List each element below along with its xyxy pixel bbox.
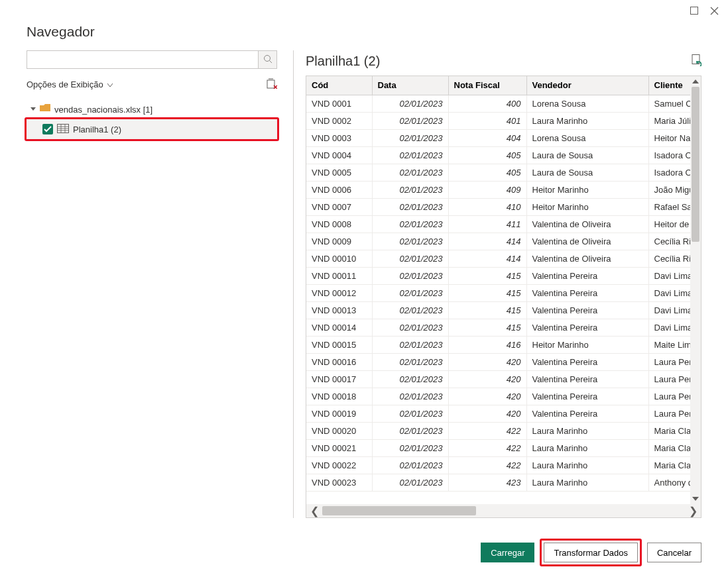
table-row[interactable]: VND 0002002/01/2023422Laura MarinhoMaria… xyxy=(306,422,701,439)
cancel-button[interactable]: Cancelar xyxy=(647,543,701,562)
col-header[interactable]: Cód xyxy=(306,76,372,95)
cell-nf: 411 xyxy=(448,215,526,233)
cell-nf: 405 xyxy=(448,164,526,181)
cell-cod: VND 00017 xyxy=(306,370,372,388)
collapse-icon xyxy=(30,105,36,115)
search-button[interactable] xyxy=(258,51,276,68)
table-row[interactable]: VND 000102/01/2023400Lorena SousaSamuel … xyxy=(306,95,701,112)
table-row[interactable]: VND 0001702/01/2023420Valentina PereiraL… xyxy=(306,370,701,388)
table-row[interactable]: VND 000602/01/2023409Heitor MarinhoJoão … xyxy=(306,181,701,198)
cell-cod: VND 00019 xyxy=(306,405,372,422)
chevron-down-icon xyxy=(107,79,113,89)
cell-data: 02/01/2023 xyxy=(372,284,448,301)
scroll-right-icon[interactable]: ❯ xyxy=(685,504,701,517)
cell-vendedor: Laura Marinho xyxy=(526,456,648,474)
display-options-dropdown[interactable]: Opções de Exibição xyxy=(27,79,113,89)
table-row[interactable]: VND 0001202/01/2023415Valentina PereiraD… xyxy=(306,284,701,301)
search-input[interactable] xyxy=(27,51,258,68)
scroll-up-icon[interactable] xyxy=(690,76,701,87)
cell-nf: 410 xyxy=(448,198,526,215)
cell-nf: 401 xyxy=(448,112,526,129)
cell-vendedor: Lorena Sousa xyxy=(526,95,648,112)
col-header[interactable]: Nota Fiscal xyxy=(448,76,526,95)
cell-vendedor: Valentina Pereira xyxy=(526,267,648,284)
cell-nf: 420 xyxy=(448,405,526,422)
cell-vendedor: Laura Marinho xyxy=(526,112,648,129)
cell-vendedor: Heitor Marinho xyxy=(526,198,648,215)
table-row[interactable]: VND 0001902/01/2023420Valentina PereiraL… xyxy=(306,405,701,422)
cell-nf: 420 xyxy=(448,370,526,388)
cell-vendedor: Heitor Marinho xyxy=(526,181,648,198)
table-row[interactable]: VND 000802/01/2023411Valentina de Olivei… xyxy=(306,215,701,233)
col-header[interactable]: Data xyxy=(372,76,448,95)
refresh-icon[interactable] xyxy=(691,54,701,68)
cell-data: 02/01/2023 xyxy=(372,439,448,456)
scroll-thumb[interactable] xyxy=(322,506,476,515)
maximize-icon[interactable] xyxy=(690,7,698,15)
cell-nf: 414 xyxy=(448,250,526,267)
table-row[interactable]: VND 0001302/01/2023415Valentina PereiraD… xyxy=(306,301,701,319)
cell-cod: VND 0004 xyxy=(306,146,372,164)
table-row[interactable]: VND 0001402/01/2023415Valentina PereiraD… xyxy=(306,319,701,336)
vertical-scrollbar[interactable] xyxy=(690,76,701,504)
transform-data-button[interactable]: Transformar Dados xyxy=(544,543,638,562)
table-row[interactable]: VND 0002302/01/2023423Laura MarinhoAntho… xyxy=(306,474,701,491)
cell-data: 02/01/2023 xyxy=(372,301,448,319)
dialog-footer: Carregar Transformar Dados Cancelar xyxy=(481,543,701,562)
left-pane: Opções de Exibição vend xyxy=(27,50,277,518)
cell-cod: VND 0006 xyxy=(306,181,372,198)
cell-vendedor: Valentina Pereira xyxy=(526,353,648,370)
close-icon[interactable] xyxy=(710,7,719,15)
table-row[interactable]: VND 0001602/01/2023420Valentina PereiraL… xyxy=(306,353,701,370)
table-row[interactable]: VND 0001802/01/2023420Valentina PereiraL… xyxy=(306,388,701,405)
cell-nf: 414 xyxy=(448,233,526,250)
table-row[interactable]: VND 000402/01/2023405Laura de SousaIsado… xyxy=(306,146,701,164)
cell-vendedor: Lorena Sousa xyxy=(526,129,648,146)
cell-nf: 423 xyxy=(448,474,526,491)
tree-sheet-row[interactable]: Planilha1 (2) xyxy=(27,119,277,139)
scroll-down-icon[interactable] xyxy=(690,494,701,504)
scroll-track[interactable] xyxy=(690,87,701,494)
cell-data: 02/01/2023 xyxy=(372,95,448,112)
cell-nf: 420 xyxy=(448,353,526,370)
tree-file-row[interactable]: vendas_nacionais.xlsx [1] xyxy=(27,99,277,119)
scroll-track[interactable] xyxy=(322,504,685,517)
worksheet-icon xyxy=(57,124,69,135)
cell-data: 02/01/2023 xyxy=(372,146,448,164)
cell-cod: VND 00018 xyxy=(306,388,372,405)
cell-vendedor: Laura de Sousa xyxy=(526,164,648,181)
cell-cod: VND 0005 xyxy=(306,164,372,181)
cell-nf: 405 xyxy=(448,146,526,164)
table-row[interactable]: VND 0001502/01/2023416Heitor MarinhoMait… xyxy=(306,336,701,353)
scroll-left-icon[interactable]: ❮ xyxy=(306,504,322,517)
search-icon xyxy=(263,54,273,66)
remove-icon[interactable] xyxy=(267,78,277,91)
table-row[interactable]: VND 000702/01/2023410Heitor MarinhoRafae… xyxy=(306,198,701,215)
table-row[interactable]: VND 000502/01/2023405Laura de SousaIsado… xyxy=(306,164,701,181)
horizontal-scrollbar[interactable]: ❮ ❯ xyxy=(306,504,701,517)
cell-cod: VND 0008 xyxy=(306,215,372,233)
table-row[interactable]: VND 0002202/01/2023422Laura MarinhoMaria… xyxy=(306,456,701,474)
table-header-row: Cód Data Nota Fiscal Vendedor Cliente xyxy=(306,76,701,95)
tree-sheet-label: Planilha1 (2) xyxy=(73,125,121,134)
scroll-thumb[interactable] xyxy=(692,87,699,242)
cell-cod: VND 0001 xyxy=(306,95,372,112)
cell-data: 02/01/2023 xyxy=(372,388,448,405)
highlight-annotation: Transformar Dados xyxy=(540,539,642,566)
cell-vendedor: Valentina de Oliveira xyxy=(526,215,648,233)
table-row[interactable]: VND 000902/01/2023414Valentina de Olivei… xyxy=(306,233,701,250)
table-row[interactable]: VND 0001102/01/2023415Valentina PereiraD… xyxy=(306,267,701,284)
load-button[interactable]: Carregar xyxy=(481,543,534,562)
cell-data: 02/01/2023 xyxy=(372,353,448,370)
table-row[interactable]: VND 000202/01/2023401Laura MarinhoMaria … xyxy=(306,112,701,129)
cell-nf: 404 xyxy=(448,129,526,146)
checkbox-checked[interactable] xyxy=(42,124,53,134)
display-options-label: Opções de Exibição xyxy=(27,79,103,89)
col-header[interactable]: Vendedor xyxy=(526,76,648,95)
table-row[interactable]: VND 000302/01/2023404Lorena SousaHeitor … xyxy=(306,129,701,146)
table-row[interactable]: VND 0001002/01/2023414Valentina de Olive… xyxy=(306,250,701,267)
cell-data: 02/01/2023 xyxy=(372,456,448,474)
table-row[interactable]: VND 0002102/01/2023422Laura MarinhoMaria… xyxy=(306,439,701,456)
svg-rect-0 xyxy=(691,7,698,15)
cell-data: 02/01/2023 xyxy=(372,198,448,215)
